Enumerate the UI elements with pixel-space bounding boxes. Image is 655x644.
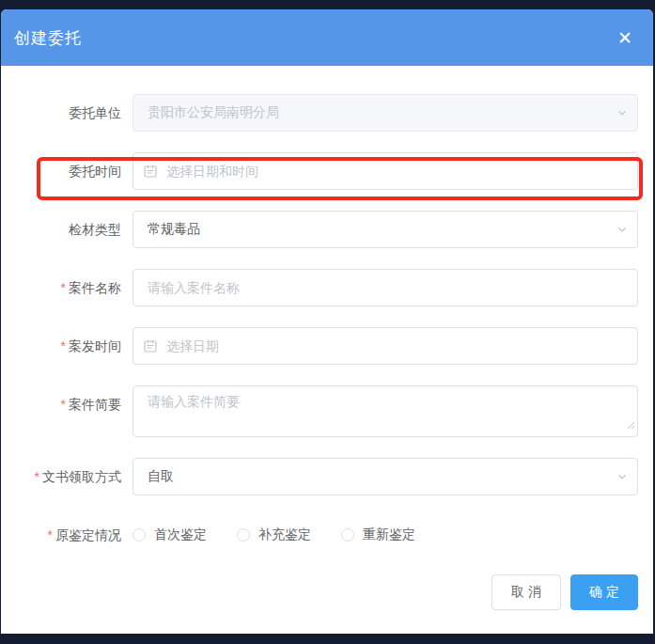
cancel-button[interactable]: 取 消: [491, 574, 561, 610]
radio-first-appraisal[interactable]: 首次鉴定: [133, 526, 207, 543]
radio-circle-icon: [237, 528, 250, 542]
document-pickup-label: 文书领取方式: [42, 469, 121, 484]
radio-re-appraisal[interactable]: 重新鉴定: [341, 526, 415, 543]
incident-time-label: 案发时间: [69, 338, 121, 353]
case-name-input[interactable]: [133, 269, 638, 306]
dialog-header: 创建委托 ✕: [1, 9, 653, 66]
original-appraisal-radio-group: 首次鉴定 补充鉴定 重新鉴定: [133, 516, 445, 554]
required-asterisk: *: [61, 338, 66, 353]
form-row-entrust-unit: 委托单位 贵阳市公安局南明分局: [1, 94, 653, 132]
sample-type-select[interactable]: 常规毒品: [133, 211, 638, 248]
dialog-body: 委托单位 贵阳市公安局南明分局 委托时间 检材类型: [1, 66, 653, 610]
radio-circle-icon: [341, 528, 354, 542]
form-row-case-name: *案件名称: [1, 269, 653, 306]
chevron-down-icon: [616, 106, 628, 121]
required-asterisk: *: [48, 527, 53, 542]
chevron-down-icon: [616, 470, 628, 485]
create-entrust-dialog: 创建委托 ✕ 委托单位 贵阳市公安局南明分局 委托时间: [1, 9, 653, 634]
sample-type-label: 检材类型: [1, 211, 121, 248]
original-appraisal-label: 原鉴定情况: [55, 527, 121, 542]
case-brief-label: 案件简要: [69, 397, 121, 412]
form-row-sample-type: 检材类型 常规毒品: [1, 211, 653, 248]
form-row-document-pickup: *文书领取方式 自取: [1, 458, 653, 495]
form-row-case-brief: *案件简要: [1, 385, 653, 437]
form-row-original-appraisal: *原鉴定情况 首次鉴定 补充鉴定 重新鉴定: [1, 516, 653, 554]
entrust-unit-value: 贵阳市公安局南明分局: [148, 104, 279, 121]
form-row-incident-time: *案发时间: [1, 327, 653, 365]
entrust-time-label: 委托时间: [1, 152, 121, 190]
document-pickup-select[interactable]: 自取: [133, 458, 638, 495]
required-asterisk: *: [61, 280, 66, 295]
case-name-label: 案件名称: [69, 280, 121, 295]
entrust-unit-label: 委托单位: [1, 94, 121, 132]
dialog-title: 创建委托: [14, 27, 82, 49]
required-asterisk: *: [61, 397, 66, 412]
document-pickup-value: 自取: [148, 468, 174, 485]
form-row-entrust-time: 委托时间: [1, 152, 653, 190]
incident-time-input[interactable]: [133, 327, 638, 365]
entrust-time-input[interactable]: [133, 152, 638, 190]
close-icon[interactable]: ✕: [616, 27, 634, 49]
radio-circle-icon: [133, 528, 146, 542]
dialog-footer: 取 消 确 定: [1, 574, 653, 610]
chevron-down-icon: [616, 223, 628, 238]
radio-supplementary-appraisal[interactable]: 补充鉴定: [237, 526, 311, 543]
entrust-unit-select[interactable]: 贵阳市公安局南明分局: [133, 94, 638, 132]
case-brief-textarea[interactable]: [133, 385, 638, 437]
confirm-button[interactable]: 确 定: [570, 574, 638, 610]
sample-type-value: 常规毒品: [148, 221, 200, 238]
required-asterisk: *: [35, 469, 39, 484]
